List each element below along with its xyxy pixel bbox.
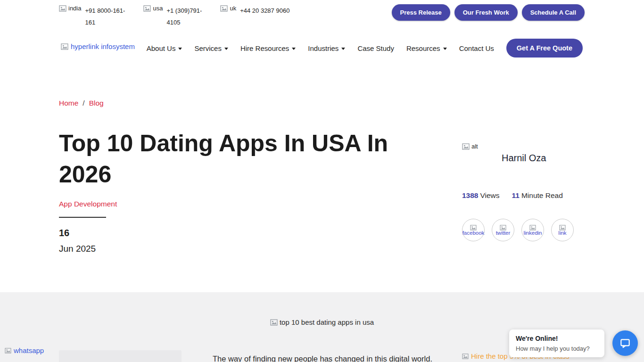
- nav-label: Case Study: [357, 44, 394, 52]
- page: india +91 8000-161-161 usa +1 (309)791-4…: [0, 0, 644, 362]
- share-facebook-button[interactable]: facebook: [462, 219, 485, 241]
- phone-number-uk: +44 20 3287 9060: [240, 5, 289, 16]
- twitter-icon: twitter: [496, 230, 511, 236]
- nav-label: Contact Us: [459, 44, 494, 52]
- phone-uk[interactable]: uk +44 20 3287 9060: [220, 5, 289, 16]
- breadcrumb: Home / Blog: [59, 99, 104, 107]
- phone-usa[interactable]: usa +1 (309)791-4105: [143, 5, 206, 28]
- press-release-button[interactable]: Press Release: [392, 4, 450, 21]
- india-flag-alt: india: [68, 5, 81, 12]
- main-menu: About Us Services Hire Resources Industr…: [147, 37, 583, 59]
- chat-tooltip: We're Online! How may I help you today?: [509, 329, 604, 357]
- broken-image-icon: [270, 319, 278, 326]
- nav-about-us[interactable]: About Us: [147, 44, 182, 52]
- nav-contact-us[interactable]: Contact Us: [459, 44, 494, 52]
- linkedin-icon: linkedin: [524, 230, 542, 236]
- share-twitter-button[interactable]: twitter: [492, 219, 514, 241]
- nav-label: Hire Resources: [240, 44, 289, 52]
- facebook-icon: facebook: [462, 230, 485, 236]
- navbar: hyperlink infosystem About Us Services H…: [0, 37, 644, 59]
- nav-industries[interactable]: Industries: [308, 44, 345, 52]
- broken-image-icon: [220, 5, 228, 12]
- breadcrumb-home[interactable]: Home: [59, 99, 78, 107]
- broken-image-icon: [5, 348, 11, 354]
- live-chat-button[interactable]: [612, 330, 638, 356]
- chevron-down-icon: [224, 48, 228, 50]
- share-linkedin-button[interactable]: linkedin: [521, 219, 544, 241]
- whatsapp-button[interactable]: whatsapp: [5, 346, 44, 354]
- author-avatar: alt: [462, 143, 492, 173]
- publish-date-day: 16: [59, 228, 69, 239]
- author-name: Harnil Oza: [502, 153, 546, 164]
- article-paragraph: The way of finding new people has change…: [202, 353, 443, 362]
- schedule-a-call-button[interactable]: Schedule A Call: [522, 4, 585, 21]
- chevron-down-icon: [292, 48, 296, 50]
- publish-date-month-year: Jun 2025: [59, 244, 96, 254]
- chat-greeting-text: How may I help you today?: [516, 345, 598, 352]
- nav-resources[interactable]: Resources: [406, 44, 447, 52]
- title-divider: [59, 217, 106, 218]
- page-title: Top 10 Dating Apps In USA In 2026: [59, 128, 427, 190]
- broken-image-icon: [462, 354, 469, 359]
- share-copy-link-button[interactable]: link: [551, 219, 574, 241]
- read-time-label: Minute Read: [521, 191, 563, 199]
- nav-label: About Us: [147, 44, 176, 52]
- phone-list: india +91 8000-161-161 usa +1 (309)791-4…: [59, 5, 289, 28]
- hero-image: top 10 best dating apps in usa: [0, 318, 644, 326]
- nav-label: Industries: [308, 44, 339, 52]
- phone-number-usa: +1 (309)791-4105: [166, 5, 206, 28]
- broken-image-icon: [59, 5, 66, 12]
- chat-bubble-icon: [619, 337, 631, 349]
- views-label: Views: [480, 191, 499, 199]
- hero-image-alt: top 10 best dating apps in usa: [280, 318, 374, 326]
- nav-services[interactable]: Services: [194, 44, 228, 52]
- broken-image-icon: [143, 5, 151, 12]
- chevron-down-icon: [178, 48, 182, 50]
- table-of-contents-placeholder: [59, 350, 182, 362]
- chevron-down-icon: [443, 48, 447, 50]
- logo[interactable]: hyperlink infosystem: [61, 42, 135, 50]
- nav-case-study[interactable]: Case Study: [357, 44, 394, 52]
- author-avatar-alt: alt: [471, 143, 478, 150]
- usa-flag-alt: usa: [153, 5, 163, 12]
- nav-label: Resources: [406, 44, 440, 52]
- phone-number-india: +91 8000-161-161: [85, 5, 129, 28]
- phone-india[interactable]: india +91 8000-161-161: [59, 5, 129, 28]
- read-time-count: 11: [512, 191, 520, 199]
- author-row: alt Harnil Oza: [462, 143, 589, 173]
- logo-alt-text: hyperlink infosystem: [71, 42, 135, 50]
- breadcrumb-separator: /: [83, 99, 84, 107]
- chevron-down-icon: [341, 48, 345, 50]
- read-time-stat: 11Minute Read: [512, 191, 563, 200]
- views-count: 1388: [462, 191, 478, 199]
- get-a-free-quote-button[interactable]: Get A Free Quote: [506, 39, 583, 58]
- nav-label: Services: [194, 44, 222, 52]
- category-link-app-development[interactable]: App Development: [59, 200, 117, 208]
- topbar-buttons: Press Release Our Fresh Work Schedule A …: [392, 4, 585, 21]
- author-avatar-image: alt: [462, 143, 478, 150]
- whatsapp-icon: whatsapp: [14, 346, 44, 354]
- link-icon: link: [558, 230, 566, 236]
- share-buttons: facebook twitter linkedin link: [462, 219, 574, 241]
- broken-image-icon: [61, 43, 68, 50]
- article-stats: 1388Views 11Minute Read: [462, 191, 563, 200]
- usa-flag-image: usa: [143, 5, 163, 12]
- india-flag-image: india: [59, 5, 81, 12]
- uk-flag-image: uk: [220, 5, 236, 12]
- chat-status-text: We're Online!: [516, 335, 598, 342]
- broken-image-icon: [462, 143, 470, 150]
- breadcrumb-blog[interactable]: Blog: [89, 99, 104, 107]
- views-stat: 1388Views: [462, 191, 500, 200]
- our-fresh-work-button[interactable]: Our Fresh Work: [454, 4, 518, 21]
- nav-hire-resources[interactable]: Hire Resources: [240, 44, 296, 52]
- uk-flag-alt: uk: [230, 5, 236, 12]
